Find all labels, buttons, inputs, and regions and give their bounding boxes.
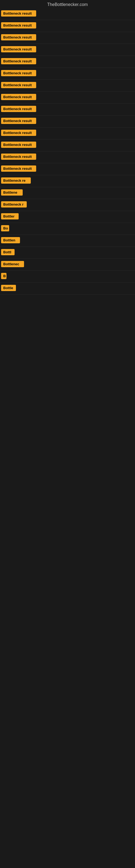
result-row: Bottleneck result <box>0 92 135 104</box>
bottleneck-badge[interactable]: Bottleneck result <box>1 82 36 88</box>
bottleneck-badge[interactable]: Bo <box>1 225 9 231</box>
result-row: Bottleneck result <box>0 32 135 44</box>
result-row: Bottleneck result <box>0 56 135 68</box>
bottleneck-badge[interactable]: Bottlen <box>1 237 20 243</box>
result-row: Bottleneck result <box>0 44 135 56</box>
result-row: Bottleneck result <box>0 104 135 116</box>
result-row: Bottleneck result <box>0 80 135 92</box>
result-row: Bottleneck result <box>0 140 135 151</box>
result-row: Bottle <box>0 283 135 294</box>
bottleneck-badge[interactable]: Bottleneck result <box>1 58 36 64</box>
result-row: Bottleneck re <box>0 175 135 187</box>
bottleneck-badge[interactable]: Bottleneck result <box>1 22 36 29</box>
result-row: B <box>0 271 135 283</box>
results-container: Bottleneck resultBottleneck resultBottle… <box>0 8 135 294</box>
result-row: Bottleneck result <box>0 151 135 163</box>
bottleneck-badge[interactable]: Bottlene <box>1 189 23 195</box>
result-row: Bottleneck result <box>0 116 135 127</box>
bottleneck-badge[interactable]: Bottleneck re <box>1 177 31 184</box>
result-row: Bottlen <box>0 235 135 247</box>
result-row: Bottleneck result <box>0 163 135 175</box>
bottleneck-badge[interactable]: Bottleneck result <box>1 165 36 172</box>
result-row: Bottler <box>0 211 135 223</box>
bottleneck-badge[interactable]: Bottleneck result <box>1 34 36 40</box>
bottleneck-badge[interactable]: B <box>1 273 6 279</box>
bottleneck-badge[interactable]: Bottl <box>1 249 14 255</box>
bottleneck-badge[interactable]: Bottlenec <box>1 261 24 267</box>
site-title: TheBottlenecker.com <box>0 0 135 8</box>
bottleneck-badge[interactable]: Bottle <box>1 285 16 291</box>
result-row: Bottlene <box>0 187 135 199</box>
bottleneck-badge[interactable]: Bottleneck r <box>1 201 27 208</box>
bottleneck-badge[interactable]: Bottleneck result <box>1 106 36 112</box>
bottleneck-badge[interactable]: Bottleneck result <box>1 46 36 52</box>
bottleneck-badge[interactable]: Bottleneck result <box>1 94 36 100</box>
bottleneck-badge[interactable]: Bottleneck result <box>1 70 36 76</box>
bottleneck-badge[interactable]: Bottleneck result <box>1 118 36 124</box>
bottleneck-badge[interactable]: Bottleneck result <box>1 154 36 160</box>
result-row: Bottleneck r <box>0 199 135 211</box>
result-row: Bottlenec <box>0 259 135 271</box>
result-row: Bottl <box>0 247 135 259</box>
result-row: Bottleneck result <box>0 127 135 140</box>
bottleneck-badge[interactable]: Bottler <box>1 213 18 219</box>
result-row: Bottleneck result <box>0 68 135 80</box>
bottleneck-badge[interactable]: Bottleneck result <box>1 142 36 148</box>
bottleneck-badge[interactable]: Bottleneck result <box>1 130 36 136</box>
result-row: Bo <box>0 223 135 235</box>
result-row: Bottleneck result <box>0 20 135 32</box>
result-row: Bottleneck result <box>0 8 135 20</box>
bottleneck-badge[interactable]: Bottleneck result <box>1 10 36 17</box>
